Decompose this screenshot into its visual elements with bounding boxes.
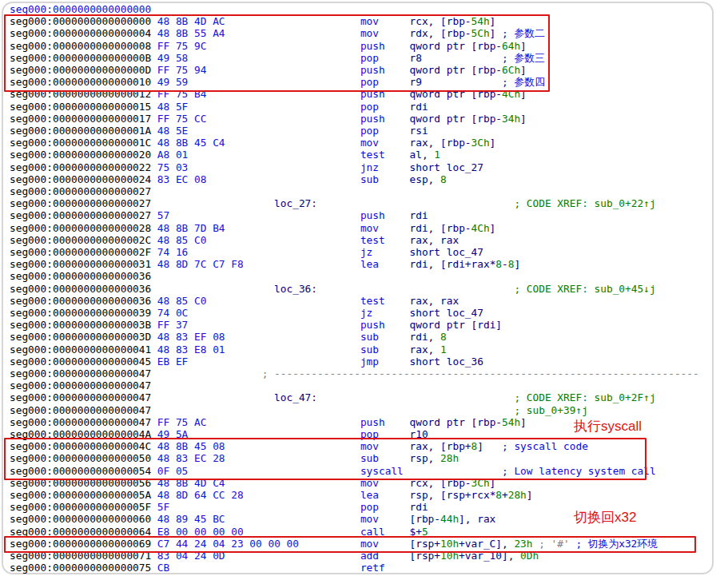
mnemonic[interactable]: mov [360,477,379,489]
operand[interactable]: qword ptr [rbp- [410,64,503,76]
mnemonic[interactable]: pop [360,501,379,513]
asm-line[interactable]: seg000:000000000000002483 EC 08subesp, 8 [0,173,723,185]
asm-line[interactable]: seg000:000000000000002F74 16jzshort loc_… [0,246,723,258]
mnemonic[interactable]: test [360,234,385,246]
address[interactable]: seg000:0000000000000054 [10,465,151,477]
operand[interactable]: [rbp- [410,513,441,525]
asm-line[interactable]: seg000:00000000000000540F 05syscall; Low… [0,465,723,477]
operand[interactable]: rdi, [410,331,441,343]
opcode-bytes[interactable]: 0F 05 [157,465,189,477]
asm-line[interactable]: seg000:0000000000000008FF 75 9Cpushqword… [0,40,723,52]
asm-line[interactable]: seg000:000000000000001A48 5Epoprsi [0,125,723,137]
operand[interactable]: ] [520,64,527,76]
mnemonic[interactable]: jz [360,307,372,319]
operand[interactable]: rax, rax [410,234,459,246]
asm-line[interactable]: seg000:000000000000004C48 8B 45 08movrax… [0,440,723,452]
mnemonic[interactable]: syscall [360,465,404,477]
address[interactable]: seg000:0000000000000047 [10,367,151,379]
address[interactable]: seg000:000000000000004A [10,428,151,440]
mnemonic[interactable]: pop [360,52,379,64]
mnemonic[interactable]: mov [360,538,379,550]
opcode-bytes[interactable]: 48 85 C0 [157,234,207,246]
comment[interactable]: ; 参数四 [502,76,545,88]
opcode-bytes[interactable]: 74 0C [157,307,189,319]
opcode-bytes[interactable]: 48 83 EF 08 [157,331,225,343]
mnemonic[interactable]: jz [360,246,372,258]
operand[interactable]: [rsp+ [410,550,441,562]
asm-line[interactable]: seg000:0000000000000027 [0,185,723,197]
address[interactable]: seg000:0000000000000041 [10,344,151,356]
operand[interactable]: rdi, [rdi+rax* [410,258,496,270]
address[interactable]: seg000:0000000000000045 [10,356,151,367]
address[interactable]: seg000:0000000000000000 [10,15,151,27]
opcode-bytes[interactable]: 57 [157,209,169,221]
number-literal[interactable]: 8 [440,331,447,343]
mnemonic[interactable]: retf [360,562,385,574]
comment[interactable]: ; syscall code [502,440,588,452]
asm-line[interactable]: seg000:000000000000002C48 85 C0testrax, … [0,234,723,246]
operand[interactable]: short loc_36 [410,356,483,367]
opcode-bytes[interactable]: CB [157,562,169,574]
asm-line[interactable]: seg000:000000000000007183 04 24 0Dadd[rs… [0,550,723,562]
opcode-bytes[interactable]: 75 03 [157,161,189,173]
operand[interactable]: ] [490,477,496,489]
operand[interactable]: esp, [410,173,441,185]
operand[interactable]: short loc_27 [410,161,483,173]
address[interactable]: seg000:000000000000000D [10,64,151,76]
address[interactable]: seg000:0000000000000012 [10,88,151,100]
opcode-bytes[interactable]: 49 58 [157,52,189,64]
operand[interactable]: ] [520,113,527,125]
operand[interactable]: qword ptr [rbp- [410,40,503,52]
operand[interactable]: rdx, [rbp- [410,27,471,39]
address[interactable]: seg000:000000000000004C [10,440,151,452]
number-literal[interactable]: 28h [440,452,459,464]
address[interactable]: seg000:0000000000000020 [10,149,151,161]
mnemonic[interactable]: mov [360,27,379,39]
comment[interactable]: ; Low latency system call [502,465,656,477]
number-literal[interactable]: 8 [440,173,447,185]
operand[interactable]: $+ [410,526,422,538]
mnemonic[interactable]: mov [360,137,379,149]
opcode-bytes[interactable]: 48 8D 64 CC 28 [157,489,244,501]
operand[interactable]: +var_C], [459,538,514,550]
asm-line[interactable]: seg000:000000000000002275 03jnzshort loc… [0,161,723,173]
asm-line[interactable]: seg000:0000000000000027loc_27:; CODE XRE… [0,197,723,209]
address[interactable]: seg000:0000000000000036 [10,295,151,307]
mnemonic[interactable]: push [360,113,385,125]
address[interactable]: seg000:0000000000000047 [10,379,151,391]
number-literal[interactable]: 8 [495,258,502,270]
mnemonic[interactable]: sub [360,173,379,185]
address[interactable]: seg000:0000000000000024 [10,173,151,185]
asm-line[interactable]: seg000:0000000000000036 [0,270,723,282]
mnemonic[interactable]: call [360,526,385,538]
operand[interactable]: r8 [410,52,422,64]
mnemonic[interactable]: push [360,88,385,100]
mnemonic[interactable]: push [360,319,385,331]
address[interactable]: seg000:0000000000000047 [10,416,151,428]
address[interactable]: seg000:000000000000003B [10,319,151,331]
opcode-bytes[interactable]: A8 01 [157,149,189,161]
number-literal[interactable]: 3Ch [471,477,490,489]
address[interactable]: seg000:0000000000000010 [10,76,151,88]
number-literal[interactable]: 8 [508,258,515,270]
operand[interactable]: rcx, [rbp- [410,477,471,489]
xref-comment[interactable]: ; CODE XREF: sub_0+45↓j [514,283,655,295]
operand[interactable]: rax, [rbp+ [410,440,471,452]
opcode-bytes[interactable]: 48 83 E8 01 [157,344,225,356]
asm-line[interactable]: seg000:0000000000000000 [0,3,723,15]
mnemonic[interactable]: jmp [360,356,379,367]
address[interactable]: seg000:0000000000000004 [10,27,151,39]
number-literal[interactable]: 34h [502,113,520,125]
opcode-bytes[interactable]: 48 8B 7D B4 [157,222,225,234]
opcode-bytes[interactable]: 48 8B 45 08 [157,440,225,452]
asm-line[interactable]: seg000:0000000000000047; ---------------… [0,367,723,379]
operand[interactable]: [rsp+ [410,538,441,550]
opcode-bytes[interactable]: 48 5F [157,101,189,113]
address[interactable]: seg000:000000000000002F [10,246,151,258]
operand[interactable]: ], rax [459,513,495,525]
asm-line[interactable]: seg000:000000000000000048 8B 4D ACmovrcx… [0,15,723,27]
address[interactable]: seg000:0000000000000036 [10,283,151,295]
address[interactable]: seg000:0000000000000039 [10,307,151,319]
address-highlighted[interactable]: seg000:0000000000000000 [10,3,151,15]
address[interactable]: seg000:0000000000000017 [10,113,151,125]
